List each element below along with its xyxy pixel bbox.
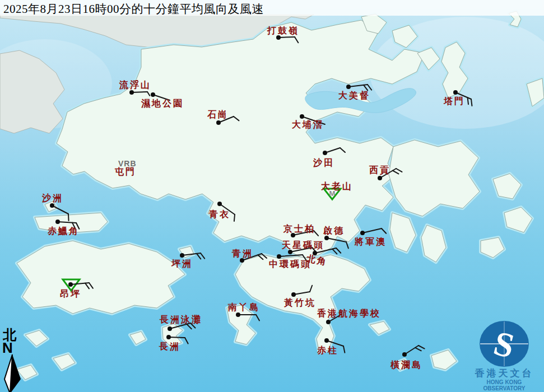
station-label[interactable]: 黃竹坑 [284,298,316,308]
station-label[interactable]: 大埔滘 [292,120,324,130]
station-label[interactable]: 南丫島 [228,302,260,312]
north-arrow-icon [2,354,24,392]
station-label[interactable]: 長洲泳灘 [160,315,202,325]
station-label[interactable]: 香港航海學校 [317,309,381,319]
station-label[interactable]: 將軍澳 [355,237,387,247]
title-bar: 2025年8月23日16時00分的十分鐘平均風向及風速 [0,0,544,16]
station-label[interactable]: 坪洲 [171,259,193,269]
station-label[interactable]: 流浮山 [119,80,151,90]
station-label[interactable]: 濕地公園 [141,99,184,109]
station-note-vrb: VRB [118,160,137,167]
station-label[interactable]: 赤柱 [317,346,338,356]
station-label[interactable]: 天星碼頭 [282,240,324,250]
station-label[interactable]: 沙洲 [42,193,63,203]
station-label[interactable]: 屯門 [115,167,136,177]
station-label[interactable]: 長洲 [159,342,180,352]
hko-logo: S 香港天文台 HONG KONG OBSERVATORY [465,320,543,391]
station-label[interactable]: 沙田 [313,158,334,168]
north-label-en: N [2,342,27,354]
station-label[interactable]: 西貢 [369,165,390,175]
station-label[interactable]: 中環碼頭 [269,259,311,269]
station-label[interactable]: 青洲 [232,249,253,259]
station-label[interactable]: 啟德 [323,226,345,236]
north-compass: 北 N [2,328,27,392]
station-label[interactable]: 京士柏 [283,224,315,234]
map-title: 2025年8月23日16時00分的十分鐘平均風向及風速 [3,1,264,17]
station-label[interactable]: 打鼓嶺 [267,26,299,36]
station-label[interactable]: 赤鱲角 [48,226,80,236]
station-label[interactable]: 塔門 [444,96,465,106]
hko-logo-icon: S [477,320,531,368]
station-label-layer: 打鼓嶺流浮山濕地公園石崗大美督大埔滘塔門沙田西貢大老山屯門VRB沙洲赤鱲角青衣坪… [0,0,544,392]
station-label[interactable]: 石崗 [207,110,229,120]
station-label[interactable]: 橫瀾島 [390,360,422,370]
hko-name-cn: 香港天文台 [465,368,543,379]
station-label[interactable]: 青衣 [209,209,230,220]
wind-map-screen: M 打鼓嶺流浮山濕地公園石崗大美督大埔滘塔門沙田西貢大老山屯門VRB沙洲赤鱲角青… [0,0,544,392]
station-label[interactable]: 昂坪 [60,289,81,299]
hko-name-en: HONG KONG OBSERVATORY [465,379,543,391]
station-label[interactable]: 大美督 [338,91,370,101]
station-label[interactable]: 大老山 [321,181,353,192]
